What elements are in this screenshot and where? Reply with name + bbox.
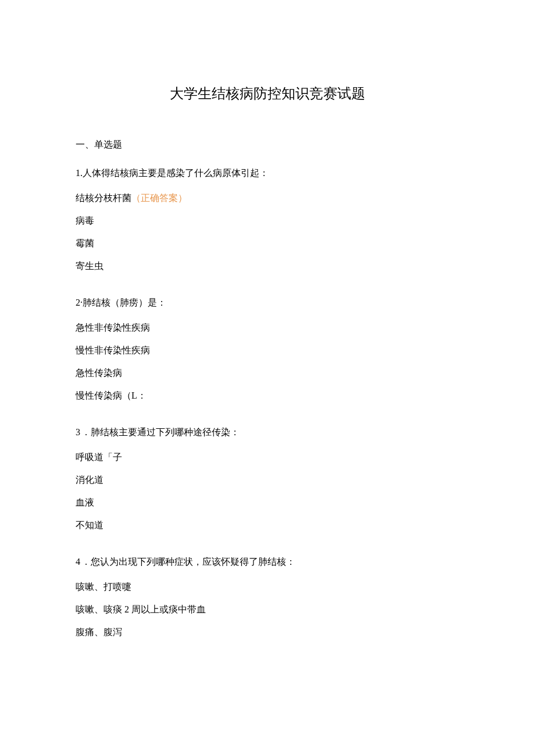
option: 急性传染病 [76, 367, 459, 379]
question-dot: . [85, 427, 87, 438]
question-text: 2·肺结核（肺痨）是： [76, 297, 459, 309]
question-block: 3.肺结核主要通过下列哪种途径传染： 呼吸道「子 消化道 血液 不知道 [76, 427, 459, 532]
question-stem: 肺结核（肺痨）是： [83, 298, 166, 307]
option: 消化道 [76, 474, 459, 486]
question-number: 1. [76, 168, 83, 178]
option: 急性非传染性疾病 [76, 322, 459, 334]
option: 咳嗽、咳痰 2 周以上或痰中带血 [76, 604, 459, 616]
question-block: 2·肺结核（肺痨）是： 急性非传染性疾病 慢性非传染性疾病 急性传染病 慢性传染… [76, 297, 459, 402]
option: 霉菌 [76, 238, 459, 250]
question-stem: 您认为出现下列哪种症状，应该怀疑得了肺结核： [91, 557, 295, 567]
option: 病毒 [76, 215, 459, 227]
question-text: 1.人体得结核病主要是感染了什么病原体引起： [76, 167, 459, 180]
question-dot: . [85, 557, 87, 567]
option: 寄生虫 [76, 260, 459, 273]
option: 不知道 [76, 519, 459, 532]
question-stem: 人体得结核病主要是感染了什么病原体引起： [83, 168, 269, 178]
option: 腹痛、腹泻 [76, 626, 459, 639]
page-title: 大学生结核病防控知识竞赛试题 [76, 84, 459, 103]
option: 结核分枝杆菌（正确答案） [76, 192, 459, 205]
option: 慢性传染病（L： [76, 390, 459, 402]
option: 咳嗽、打喷嚏 [76, 581, 459, 593]
option: 呼吸道「子 [76, 452, 459, 464]
question-text: 3.肺结核主要通过下列哪种途径传染： [76, 427, 459, 439]
question-number: 3 [76, 427, 81, 437]
question-block: 1.人体得结核病主要是感染了什么病原体引起： 结核分枝杆菌（正确答案） 病毒 霉… [76, 167, 459, 273]
question-block: 4.您认为出现下列哪种症状，应该怀疑得了肺结核： 咳嗽、打喷嚏 咳嗽、咳痰 2 … [76, 556, 459, 639]
question-stem: 肺结核主要通过下列哪种途径传染： [91, 427, 240, 437]
option: 慢性非传染性疾病 [76, 345, 459, 357]
question-number: 2· [76, 298, 83, 307]
question-number: 4 [76, 557, 81, 567]
option: 血液 [76, 497, 459, 509]
correct-answer-label: （正确答案） [131, 193, 187, 203]
section-header: 一、单选题 [76, 139, 459, 151]
option-text: 结核分枝杆菌 [76, 193, 131, 203]
question-text: 4.您认为出现下列哪种症状，应该怀疑得了肺结核： [76, 556, 459, 568]
